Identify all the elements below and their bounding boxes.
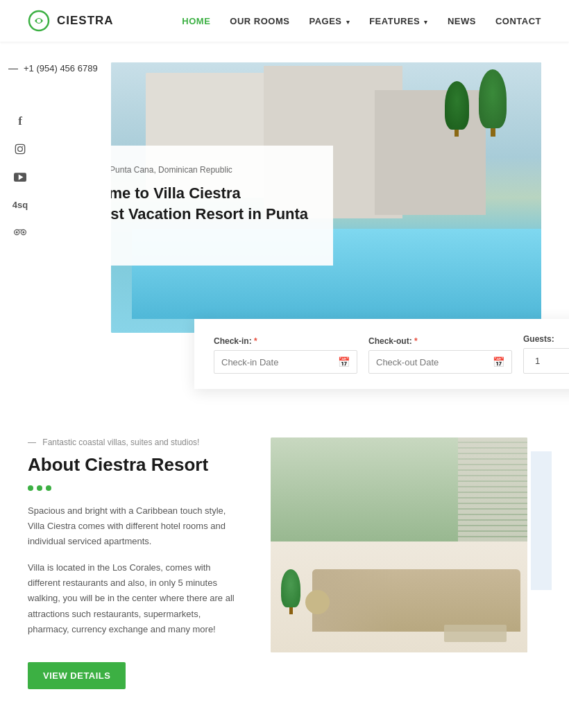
nav-item-rooms[interactable]: OUR ROOMS [230,15,289,27]
tripadvisor-icon[interactable] [14,226,26,239]
features-dropdown-arrow: ▾ [424,19,428,26]
hero-caption: — Bavaro, Punta Cana, Dominican Republic… [111,146,333,266]
main-area: — +1 (954) 456 6789 f 4sq [28,62,541,389]
hero-image: — Bavaro, Punta Cana, Dominican Republic… [111,62,541,333]
svg-point-1 [37,19,41,23]
nav-link-features[interactable]: FEATURES ▾ [369,16,428,26]
about-title: About Ciestra Resort [28,454,243,476]
nav-link-contact[interactable]: CONTACT [495,16,541,26]
social-icons: f 4sq [14,115,26,239]
hero-trees [445,69,507,139]
youtube-icon[interactable] [14,171,26,183]
svg-point-9 [16,232,18,234]
checkout-input[interactable] [376,357,493,367]
checkin-required: * [254,336,257,346]
phone-number: +1 (954) 456 6789 [24,63,98,73]
nav-link-pages[interactable]: PAGES ▾ [309,16,350,26]
checkout-group: Check-out: * 📅 [368,336,512,374]
guests-label: Guests: [523,334,569,344]
nav-item-contact[interactable]: CONTACT [495,15,541,27]
nav-item-news[interactable]: NEWS [448,15,476,27]
checkout-input-wrapper: 📅 [368,350,512,374]
dot-2 [37,485,42,491]
checkout-required: * [414,336,418,346]
checkout-calendar-icon: 📅 [493,356,504,367]
brand-icon [28,10,50,32]
brand-name: CIESTRA [57,14,114,28]
interior-small-table [305,590,330,614]
checkin-input[interactable] [221,357,338,367]
about-left: — Fantastic coastal villas, suites and s… [28,437,243,689]
svg-rect-2 [15,144,24,153]
phone-dash: — [8,62,18,73]
booking-bar: Check-in: * 📅 Check-out: * 📅 [194,319,569,389]
svg-point-3 [18,147,23,152]
about-paragraph-1: Spacious and bright with a Caribbean tou… [28,503,243,549]
left-sidebar: — +1 (954) 456 6789 f 4sq [8,62,98,239]
phone-bar: — +1 (954) 456 6789 [8,62,98,73]
interior-plant [281,569,300,614]
about-image [271,437,527,652]
about-section: — Fantastic coastal villas, suites and s… [28,437,541,689]
checkout-label: Check-out: * [368,336,512,346]
nav-link-news[interactable]: NEWS [448,16,476,26]
checkin-label: Check-in: * [214,336,357,346]
foursquare-icon[interactable]: 4sq [14,198,26,211]
caption-title: Welcome to Villa Ciestra the Best Vacati… [111,183,311,245]
about-image-accent [531,451,552,590]
pages-dropdown-arrow: ▾ [346,19,350,26]
caption-location: — Bavaro, Punta Cana, Dominican Republic [111,165,311,175]
interior-sofa [312,569,520,632]
about-dots [28,485,243,491]
nav-item-pages[interactable]: PAGES ▾ [309,15,350,27]
facebook-icon[interactable]: f [14,115,26,128]
dot-1 [28,485,33,491]
hero-section: — Bavaro, Punta Cana, Dominican Republic… [111,62,541,389]
dot-3 [46,485,51,491]
svg-point-10 [22,232,24,234]
about-paragraph-2: Villa is located in the Los Corales, com… [28,560,243,636]
nav-item-features[interactable]: FEATURES ▾ [369,15,428,27]
about-tag: — Fantastic coastal villas, suites and s… [28,437,243,447]
nav-link-home[interactable]: HOME [182,16,210,26]
interior-blinds [458,437,527,541]
checkin-calendar-icon: 📅 [338,356,350,367]
brand-logo[interactable]: CIESTRA [28,10,114,32]
interior-table [444,625,507,642]
checkin-input-wrapper: 📅 [214,350,357,374]
svg-point-4 [22,146,23,147]
checkin-group: Check-in: * 📅 [214,336,357,374]
guests-group: Guests: 1 2 3 4 [523,334,569,374]
instagram-icon[interactable] [14,143,26,155]
guests-select[interactable]: 1 2 3 4 [523,348,569,374]
nav-link-rooms[interactable]: OUR ROOMS [230,16,289,26]
navbar: CIESTRA HOME OUR ROOMS PAGES ▾ FEATURES … [0,0,569,42]
nav-menu: HOME OUR ROOMS PAGES ▾ FEATURES ▾ NEWS C… [182,15,541,27]
view-details-button[interactable]: VIEW DETAILS [28,662,126,689]
nav-item-home[interactable]: HOME [182,15,210,27]
about-right [271,437,541,652]
